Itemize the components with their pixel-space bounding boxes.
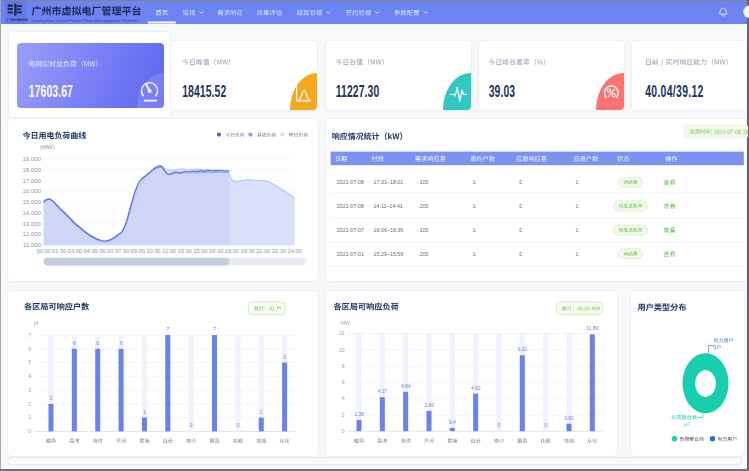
svg-text:6: 6 (120, 341, 123, 346)
svg-text:(MW): (MW) (40, 144, 54, 150)
svg-text:15:29~15:59: 15:29~15:59 (374, 251, 404, 257)
svg-text:18415.52: 18415.52 (182, 83, 226, 101)
svg-text:6: 6 (96, 341, 99, 346)
svg-text:100: 100 (420, 179, 429, 185)
svg-text:5: 5 (283, 355, 286, 360)
svg-text:0: 0 (519, 251, 522, 257)
svg-text:6: 6 (342, 379, 345, 385)
svg-text:6: 6 (28, 346, 31, 352)
svg-text:6: 6 (73, 341, 76, 346)
svg-text:16,000: 16,000 (22, 188, 41, 194)
svg-text:0: 0 (498, 423, 501, 428)
svg-text:14,000: 14,000 (22, 210, 41, 216)
svg-text:4.17: 4.17 (378, 389, 388, 394)
svg-text:2021-07-08: 2021-07-08 (337, 203, 364, 209)
svg-text:0: 0 (237, 423, 240, 428)
svg-text:40.04/39.12: 40.04/39.12 (645, 83, 703, 101)
svg-text:1: 1 (576, 251, 579, 257)
svg-text:09:00: 09:00 (131, 248, 145, 254)
svg-text:12: 12 (339, 330, 345, 336)
svg-text:00:00: 00:00 (36, 248, 50, 254)
svg-text:0: 0 (519, 203, 522, 209)
svg-text:4: 4 (342, 395, 345, 401)
svg-text:11227.30: 11227.30 (336, 83, 380, 101)
svg-text:2.49: 2.49 (424, 403, 434, 408)
svg-text:2021-07-01: 2021-07-01 (337, 251, 364, 257)
svg-text:7: 7 (166, 327, 169, 332)
svg-text:04:30: 04:30 (83, 248, 97, 254)
svg-text:1: 1 (473, 251, 476, 257)
svg-text:15,000: 15,000 (22, 199, 41, 205)
svg-text:100: 100 (420, 227, 429, 233)
svg-text:2: 2 (50, 396, 53, 401)
svg-text:24:00: 24:00 (288, 248, 302, 254)
svg-text:21:00: 21:00 (256, 248, 270, 254)
svg-text:0: 0 (190, 423, 193, 428)
svg-text:16:30: 16:30 (209, 248, 223, 254)
svg-text:1: 1 (473, 179, 476, 185)
svg-text:1: 1 (143, 410, 146, 415)
svg-text:0.4: 0.4 (449, 420, 456, 425)
svg-text:200: 200 (420, 203, 429, 209)
svg-text:17:31~18:01: 17:31~18:01 (374, 179, 404, 185)
svg-text:0: 0 (519, 179, 522, 185)
svg-text:7: 7 (28, 332, 31, 338)
svg-text:15:00: 15:00 (193, 248, 207, 254)
svg-text:0: 0 (342, 428, 345, 434)
svg-text:17,000: 17,000 (22, 178, 41, 184)
svg-text:14:11~14:41: 14:11~14:41 (374, 203, 403, 209)
svg-text:12,000: 12,000 (22, 231, 41, 237)
svg-text:06:00: 06:00 (99, 248, 113, 254)
svg-text:18:00: 18:00 (225, 248, 239, 254)
svg-text:01:30: 01:30 (52, 248, 66, 254)
svg-text:22:30: 22:30 (272, 248, 286, 254)
svg-text:13:30: 13:30 (178, 248, 192, 254)
svg-text:2: 2 (28, 401, 31, 407)
svg-text:0: 0 (544, 423, 547, 428)
svg-text:Guangzhou Virtual Power Plant: Guangzhou Virtual Power Plant Management… (32, 18, 138, 23)
svg-text:5: 5 (28, 359, 31, 365)
svg-text:1: 1 (260, 410, 263, 415)
svg-text:4.62: 4.62 (471, 386, 481, 391)
svg-text:10:30: 10:30 (146, 248, 160, 254)
svg-text:18,000: 18,000 (22, 167, 41, 173)
svg-text:1: 1 (576, 179, 579, 185)
svg-text:0.92: 0.92 (564, 416, 574, 421)
svg-text:3: 3 (28, 387, 31, 393)
svg-text:9.32: 9.32 (518, 347, 528, 352)
svg-text:39.03: 39.03 (489, 83, 516, 101)
svg-text:1.39: 1.39 (354, 412, 364, 417)
svg-text:1: 1 (28, 414, 31, 420)
svg-text:19,000: 19,000 (22, 156, 41, 162)
svg-text:4: 4 (28, 373, 31, 379)
svg-text:03:00: 03:00 (68, 248, 82, 254)
svg-text:1: 1 (576, 227, 579, 233)
svg-text:19:30: 19:30 (240, 248, 254, 254)
svg-text:1: 1 (576, 203, 579, 209)
svg-text:07:30: 07:30 (115, 248, 129, 254)
svg-text:7: 7 (213, 327, 216, 332)
svg-text:0: 0 (28, 428, 31, 434)
svg-text:2: 2 (342, 412, 345, 418)
svg-text:12:00: 12:00 (162, 248, 176, 254)
svg-text:16:06~16:36: 16:06~16:36 (374, 227, 404, 233)
svg-text:2021-07-08: 2021-07-08 (337, 179, 364, 185)
svg-text:10: 10 (339, 347, 345, 353)
svg-text:11.89: 11.89 (586, 326, 598, 331)
svg-text:4.84: 4.84 (401, 384, 411, 389)
svg-text:2021-07-07: 2021-07-07 (337, 227, 364, 233)
svg-text:1: 1 (473, 203, 476, 209)
svg-text:8: 8 (342, 363, 345, 369)
svg-text:200: 200 (420, 251, 429, 257)
svg-text:1: 1 (473, 227, 476, 233)
svg-text:13,000: 13,000 (22, 221, 41, 227)
svg-text:17603.67: 17603.67 (29, 83, 73, 101)
svg-text:0: 0 (519, 227, 522, 233)
